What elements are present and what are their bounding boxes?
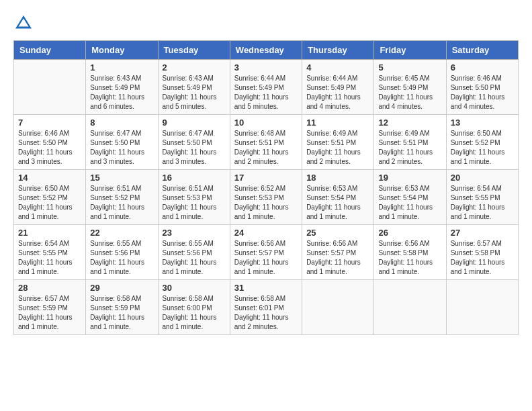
day-info: Sunrise: 6:43 AMSunset: 5:49 PMDaylight:… xyxy=(90,74,153,111)
day-number: 28 xyxy=(18,283,81,293)
day-info: Sunrise: 6:58 AMSunset: 5:59 PMDaylight:… xyxy=(90,294,153,332)
day-number: 9 xyxy=(163,118,226,128)
day-number: 31 xyxy=(234,283,298,293)
day-info: Sunrise: 6:58 AMSunset: 6:00 PMDaylight:… xyxy=(163,294,226,332)
day-info: Sunrise: 6:47 AMSunset: 5:50 PMDaylight:… xyxy=(163,129,226,167)
calendar-cell: 11Sunrise: 6:49 AMSunset: 5:51 PMDayligh… xyxy=(302,115,374,170)
calendar-cell: 9Sunrise: 6:47 AMSunset: 5:50 PMDaylight… xyxy=(158,115,230,170)
logo xyxy=(13,13,36,34)
calendar-cell xyxy=(302,280,374,335)
calendar-cell: 19Sunrise: 6:53 AMSunset: 5:54 PMDayligh… xyxy=(374,170,446,225)
day-number: 2 xyxy=(163,62,226,73)
calendar-cell: 2Sunrise: 6:43 AMSunset: 5:49 PMDaylight… xyxy=(158,60,230,115)
day-info: Sunrise: 6:53 AMSunset: 5:54 PMDaylight:… xyxy=(378,184,441,222)
day-number: 15 xyxy=(90,173,153,183)
day-info: Sunrise: 6:44 AMSunset: 5:49 PMDaylight:… xyxy=(306,74,369,111)
day-info: Sunrise: 6:54 AMSunset: 5:55 PMDaylight:… xyxy=(18,239,81,277)
calendar-cell: 23Sunrise: 6:55 AMSunset: 5:56 PMDayligh… xyxy=(158,225,230,280)
day-number: 10 xyxy=(234,118,298,128)
day-info: Sunrise: 6:55 AMSunset: 5:56 PMDaylight:… xyxy=(163,239,226,277)
day-number: 30 xyxy=(163,283,226,293)
day-info: Sunrise: 6:57 AMSunset: 5:59 PMDaylight:… xyxy=(18,294,81,332)
calendar-cell: 7Sunrise: 6:46 AMSunset: 5:50 PMDaylight… xyxy=(14,115,86,170)
calendar-header-row: SundayMondayTuesdayWednesdayThursdayFrid… xyxy=(14,41,519,60)
calendar-cell: 28Sunrise: 6:57 AMSunset: 5:59 PMDayligh… xyxy=(14,280,86,335)
calendar-cell: 13Sunrise: 6:50 AMSunset: 5:52 PMDayligh… xyxy=(446,115,518,170)
calendar-cell: 22Sunrise: 6:55 AMSunset: 5:56 PMDayligh… xyxy=(86,225,158,280)
day-info: Sunrise: 6:49 AMSunset: 5:51 PMDaylight:… xyxy=(306,129,369,167)
calendar-cell: 24Sunrise: 6:56 AMSunset: 5:57 PMDayligh… xyxy=(230,225,302,280)
calendar-cell: 14Sunrise: 6:50 AMSunset: 5:52 PMDayligh… xyxy=(14,170,86,225)
day-number: 11 xyxy=(306,118,369,128)
day-info: Sunrise: 6:55 AMSunset: 5:56 PMDaylight:… xyxy=(90,239,153,277)
day-info: Sunrise: 6:56 AMSunset: 5:58 PMDaylight:… xyxy=(378,239,441,277)
day-number: 27 xyxy=(451,228,514,238)
day-number: 12 xyxy=(378,118,441,128)
day-number: 22 xyxy=(90,228,153,238)
calendar-cell: 21Sunrise: 6:54 AMSunset: 5:55 PMDayligh… xyxy=(14,225,86,280)
calendar-week-2: 7Sunrise: 6:46 AMSunset: 5:50 PMDaylight… xyxy=(14,115,519,170)
calendar-table: SundayMondayTuesdayWednesdayThursdayFrid… xyxy=(13,40,519,335)
calendar-cell: 4Sunrise: 6:44 AMSunset: 5:49 PMDaylight… xyxy=(302,60,374,115)
day-info: Sunrise: 6:49 AMSunset: 5:51 PMDaylight:… xyxy=(378,129,441,167)
calendar-cell: 8Sunrise: 6:47 AMSunset: 5:50 PMDaylight… xyxy=(86,115,158,170)
day-number: 21 xyxy=(18,228,81,238)
day-number: 8 xyxy=(90,118,153,128)
calendar-cell xyxy=(446,280,518,335)
calendar-header-saturday: Saturday xyxy=(446,41,518,60)
day-info: Sunrise: 6:56 AMSunset: 5:57 PMDaylight:… xyxy=(306,239,369,277)
day-info: Sunrise: 6:44 AMSunset: 5:49 PMDaylight:… xyxy=(234,74,298,111)
calendar-cell: 1Sunrise: 6:43 AMSunset: 5:49 PMDaylight… xyxy=(86,60,158,115)
day-info: Sunrise: 6:50 AMSunset: 5:52 PMDaylight:… xyxy=(18,184,81,222)
calendar-cell: 15Sunrise: 6:51 AMSunset: 5:52 PMDayligh… xyxy=(86,170,158,225)
calendar-header-friday: Friday xyxy=(374,41,446,60)
day-number: 24 xyxy=(234,228,298,238)
calendar-cell: 3Sunrise: 6:44 AMSunset: 5:49 PMDaylight… xyxy=(230,60,302,115)
day-info: Sunrise: 6:56 AMSunset: 5:57 PMDaylight:… xyxy=(234,239,298,277)
day-info: Sunrise: 6:46 AMSunset: 5:50 PMDaylight:… xyxy=(451,74,514,111)
logo-icon xyxy=(13,13,34,34)
page-header xyxy=(13,13,519,34)
calendar-header-thursday: Thursday xyxy=(302,41,374,60)
day-number: 4 xyxy=(306,62,369,73)
day-info: Sunrise: 6:45 AMSunset: 5:49 PMDaylight:… xyxy=(378,74,441,111)
calendar-week-4: 21Sunrise: 6:54 AMSunset: 5:55 PMDayligh… xyxy=(14,225,519,280)
day-number: 17 xyxy=(234,173,298,183)
day-number: 23 xyxy=(163,228,226,238)
day-number: 6 xyxy=(451,62,514,73)
calendar-cell: 30Sunrise: 6:58 AMSunset: 6:00 PMDayligh… xyxy=(158,280,230,335)
calendar-cell xyxy=(374,280,446,335)
day-info: Sunrise: 6:52 AMSunset: 5:53 PMDaylight:… xyxy=(234,184,298,222)
calendar-cell xyxy=(14,60,86,115)
day-info: Sunrise: 6:54 AMSunset: 5:55 PMDaylight:… xyxy=(451,184,514,222)
calendar-cell: 16Sunrise: 6:51 AMSunset: 5:53 PMDayligh… xyxy=(158,170,230,225)
calendar-cell: 29Sunrise: 6:58 AMSunset: 5:59 PMDayligh… xyxy=(86,280,158,335)
calendar-week-5: 28Sunrise: 6:57 AMSunset: 5:59 PMDayligh… xyxy=(14,280,519,335)
day-info: Sunrise: 6:46 AMSunset: 5:50 PMDaylight:… xyxy=(18,129,81,167)
day-info: Sunrise: 6:58 AMSunset: 6:01 PMDaylight:… xyxy=(234,294,298,332)
day-info: Sunrise: 6:47 AMSunset: 5:50 PMDaylight:… xyxy=(90,129,153,167)
day-number: 25 xyxy=(306,228,369,238)
day-number: 14 xyxy=(18,173,81,183)
calendar-cell: 6Sunrise: 6:46 AMSunset: 5:50 PMDaylight… xyxy=(446,60,518,115)
calendar-cell: 18Sunrise: 6:53 AMSunset: 5:54 PMDayligh… xyxy=(302,170,374,225)
day-number: 19 xyxy=(378,173,441,183)
day-info: Sunrise: 6:51 AMSunset: 5:52 PMDaylight:… xyxy=(90,184,153,222)
day-info: Sunrise: 6:51 AMSunset: 5:53 PMDaylight:… xyxy=(163,184,226,222)
day-number: 13 xyxy=(451,118,514,128)
calendar-cell: 26Sunrise: 6:56 AMSunset: 5:58 PMDayligh… xyxy=(374,225,446,280)
calendar-header-sunday: Sunday xyxy=(14,41,86,60)
calendar-week-1: 1Sunrise: 6:43 AMSunset: 5:49 PMDaylight… xyxy=(14,60,519,115)
day-info: Sunrise: 6:43 AMSunset: 5:49 PMDaylight:… xyxy=(163,74,226,111)
day-info: Sunrise: 6:57 AMSunset: 5:58 PMDaylight:… xyxy=(451,239,514,277)
calendar-cell: 31Sunrise: 6:58 AMSunset: 6:01 PMDayligh… xyxy=(230,280,302,335)
day-number: 18 xyxy=(306,173,369,183)
calendar-cell: 5Sunrise: 6:45 AMSunset: 5:49 PMDaylight… xyxy=(374,60,446,115)
day-number: 26 xyxy=(378,228,441,238)
calendar-week-3: 14Sunrise: 6:50 AMSunset: 5:52 PMDayligh… xyxy=(14,170,519,225)
day-number: 3 xyxy=(234,62,298,73)
day-number: 5 xyxy=(378,62,441,73)
day-number: 20 xyxy=(451,173,514,183)
calendar-cell: 27Sunrise: 6:57 AMSunset: 5:58 PMDayligh… xyxy=(446,225,518,280)
day-info: Sunrise: 6:53 AMSunset: 5:54 PMDaylight:… xyxy=(306,184,369,222)
